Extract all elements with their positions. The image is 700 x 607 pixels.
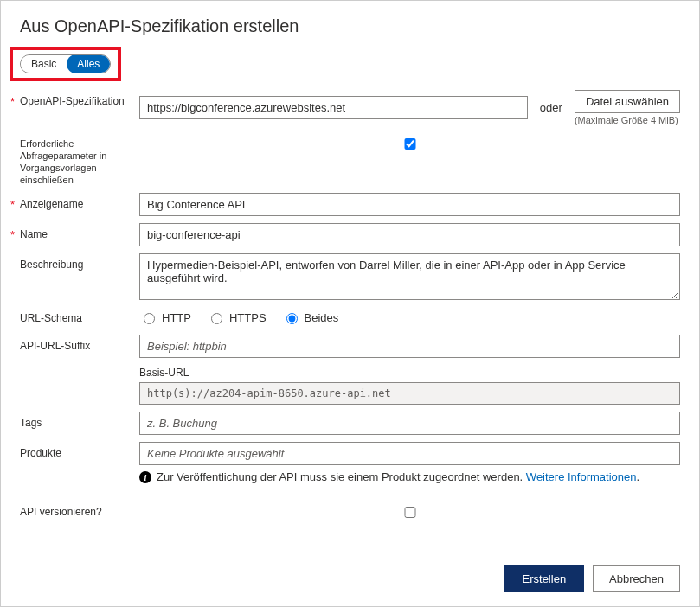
footer-actions: Erstellen Abbrechen bbox=[504, 565, 680, 592]
max-size-hint: (Maximale Größe 4 MiB) bbox=[575, 115, 678, 125]
info-icon: i bbox=[139, 471, 151, 483]
version-api-checkbox[interactable] bbox=[143, 507, 678, 518]
select-file-button[interactable]: Datei auswählen bbox=[575, 90, 680, 113]
scheme-http-radio[interactable] bbox=[144, 313, 155, 324]
form: OpenAPI-Spezifikation oder Datei auswähl… bbox=[20, 90, 680, 521]
label-display-name: Anzeigename bbox=[20, 193, 139, 210]
products-input[interactable] bbox=[139, 442, 680, 465]
tags-input[interactable] bbox=[139, 412, 680, 435]
toggle-all[interactable]: Alles bbox=[67, 54, 110, 73]
scheme-both-option[interactable]: Beides bbox=[282, 310, 339, 324]
label-tags: Tags bbox=[20, 412, 139, 429]
label-version-api: API versionieren? bbox=[20, 501, 139, 518]
products-info: i Zur Veröffentlichung der API muss sie … bbox=[139, 470, 680, 483]
label-products: Produkte bbox=[20, 442, 139, 459]
label-name: Name bbox=[20, 223, 139, 240]
description-textarea[interactable]: Hypermedien-Beispiel-API, entworfen von … bbox=[139, 253, 680, 300]
scheme-https-option[interactable]: HTTPS bbox=[207, 310, 267, 324]
scheme-https-label: HTTPS bbox=[229, 311, 267, 324]
create-button[interactable]: Erstellen bbox=[504, 565, 585, 592]
label-url-scheme: URL-Schema bbox=[20, 307, 139, 324]
create-from-openapi-panel: Aus OpenAPI-Spezifikation erstellen Basi… bbox=[0, 0, 700, 607]
scheme-http-option[interactable]: HTTP bbox=[139, 310, 191, 324]
url-scheme-group: HTTP HTTPS Beides bbox=[139, 307, 680, 328]
label-description: Beschreibung bbox=[20, 253, 139, 271]
label-include-params: Erforderliche Abfrageparameter in Vorgan… bbox=[20, 132, 139, 186]
scheme-http-label: HTTP bbox=[162, 311, 191, 324]
api-url-suffix-input[interactable] bbox=[139, 335, 680, 358]
view-toggle: Basic Alles bbox=[20, 54, 111, 73]
scheme-https-radio[interactable] bbox=[211, 313, 222, 324]
toggle-highlight: Basic Alles bbox=[10, 47, 121, 81]
label-base-url: Basis-URL bbox=[139, 367, 680, 379]
display-name-input[interactable] bbox=[139, 193, 680, 216]
cancel-button[interactable]: Abbrechen bbox=[593, 565, 680, 592]
products-info-text: Zur Veröffentlichung der API muss sie ei… bbox=[157, 470, 523, 483]
or-text: oder bbox=[540, 101, 562, 114]
include-params-checkbox[interactable] bbox=[143, 138, 678, 150]
toggle-basic[interactable]: Basic bbox=[21, 54, 67, 73]
scheme-both-radio[interactable] bbox=[286, 313, 298, 324]
products-info-link[interactable]: Weitere Informationen bbox=[526, 470, 637, 483]
page-title: Aus OpenAPI-Spezifikation erstellen bbox=[20, 16, 680, 36]
base-url-readonly bbox=[139, 382, 680, 405]
name-input[interactable] bbox=[139, 223, 680, 246]
openapi-spec-input[interactable] bbox=[139, 96, 528, 119]
label-openapi-spec: OpenAPI-Spezifikation bbox=[20, 90, 139, 107]
label-api-url-suffix: API-URL-Suffix bbox=[20, 335, 139, 352]
scheme-both-label: Beides bbox=[305, 311, 339, 324]
